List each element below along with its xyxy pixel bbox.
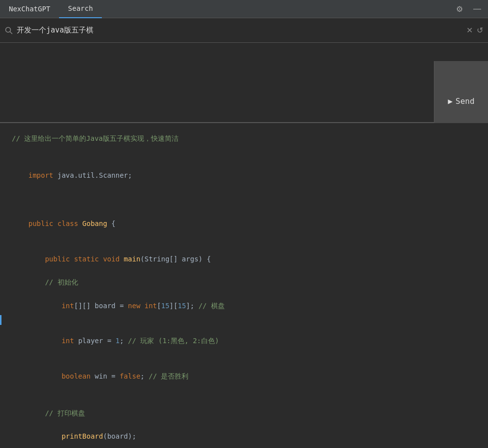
code-area: // 这里给出一个简单的Java版五子棋实现，快速简洁 import java.…	[0, 123, 488, 448]
code-empty-2	[12, 193, 476, 206]
send-icon: ▶	[448, 96, 453, 106]
search-clear-button[interactable]: ✕	[466, 26, 473, 35]
input-area: ▶ Send	[0, 43, 488, 123]
code-line-player: int player = 1; // 玩家 (1:黑色, 2:白色)	[12, 324, 476, 359]
search-bar: ✕ ↺	[0, 18, 488, 43]
left-accent	[0, 315, 1, 325]
tab-nex[interactable]: NexChatGPT	[0, 0, 59, 18]
search-input[interactable]	[17, 26, 462, 35]
code-line-init-comment: // 初始化	[12, 277, 476, 288]
code-line-print-comment: // 打印棋盘	[12, 408, 476, 419]
search-refresh-button[interactable]: ↺	[477, 26, 483, 35]
search-icon	[5, 27, 13, 34]
tab-search[interactable]: Search	[59, 0, 102, 18]
code-line-printboard: printBoard(board);	[12, 419, 476, 448]
send-button[interactable]: ▶ Send	[448, 96, 474, 106]
svg-line-1	[10, 32, 12, 33]
code-line-class: public class Gobang {	[12, 207, 476, 242]
minimize-button[interactable]: —	[471, 3, 483, 15]
code-line-1: // 这里给出一个简单的Java版五子棋实现，快速简洁	[12, 133, 476, 145]
settings-button[interactable]: ⚙	[454, 3, 465, 15]
title-bar: NexChatGPT Search ⚙ —	[0, 0, 488, 18]
message-textarea[interactable]	[0, 43, 434, 122]
send-label: Send	[456, 96, 475, 106]
code-empty-3	[12, 394, 476, 407]
code-line-main: public static void main(String[] args) {	[12, 242, 476, 277]
code-line-board: int[][] board = new int[15][15]; // 棋盘	[12, 288, 476, 323]
code-empty-1	[12, 145, 476, 158]
code-line-win: boolean win = false; // 是否胜利	[12, 359, 476, 394]
code-line-import: import java.util.Scanner;	[12, 158, 476, 193]
